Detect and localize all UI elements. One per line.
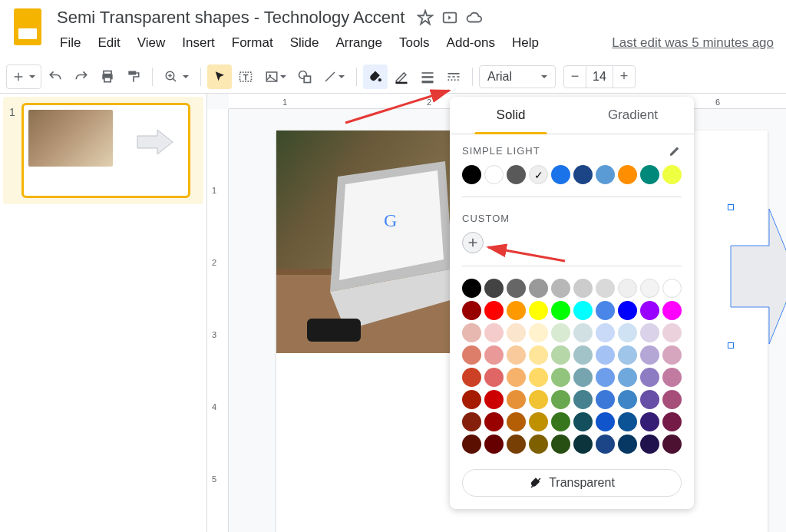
color-swatch[interactable] bbox=[484, 435, 504, 454]
color-swatch[interactable] bbox=[462, 323, 481, 342]
slide-thumbnail[interactable] bbox=[21, 103, 190, 198]
menu-insert[interactable]: Insert bbox=[174, 32, 223, 54]
color-swatch[interactable] bbox=[507, 345, 526, 365]
theme-color-swatch[interactable] bbox=[551, 165, 570, 184]
paint-format-button[interactable] bbox=[121, 64, 146, 89]
color-swatch[interactable] bbox=[596, 435, 615, 454]
color-swatch[interactable] bbox=[507, 390, 526, 409]
color-swatch[interactable] bbox=[618, 390, 637, 409]
color-swatch[interactable] bbox=[596, 345, 615, 365]
border-color-button[interactable] bbox=[389, 64, 414, 89]
color-swatch[interactable] bbox=[462, 345, 481, 365]
menu-slide[interactable]: Slide bbox=[282, 32, 327, 54]
document-title[interactable]: Semi Transparent shapes - Technology Acc… bbox=[52, 6, 409, 29]
resize-handle[interactable] bbox=[728, 204, 734, 210]
theme-color-swatch[interactable] bbox=[529, 165, 548, 184]
menu-format[interactable]: Format bbox=[224, 32, 281, 54]
theme-color-swatch[interactable] bbox=[573, 165, 593, 184]
menu-arrange[interactable]: Arrange bbox=[328, 32, 389, 54]
slide-image[interactable]: G bbox=[276, 131, 453, 353]
color-swatch[interactable] bbox=[551, 301, 570, 320]
color-swatch[interactable] bbox=[529, 279, 548, 298]
color-swatch[interactable] bbox=[618, 412, 637, 431]
redo-button[interactable] bbox=[69, 64, 94, 89]
menu-edit[interactable]: Edit bbox=[90, 32, 127, 54]
color-swatch[interactable] bbox=[484, 390, 504, 409]
color-swatch[interactable] bbox=[662, 390, 682, 409]
color-swatch[interactable] bbox=[484, 279, 504, 298]
border-weight-button[interactable] bbox=[415, 64, 440, 89]
theme-color-swatch[interactable] bbox=[618, 165, 637, 184]
color-swatch[interactable] bbox=[640, 412, 659, 431]
menu-file[interactable]: File bbox=[52, 32, 88, 54]
color-swatch[interactable] bbox=[507, 279, 526, 298]
border-dash-button[interactable] bbox=[441, 64, 466, 89]
color-swatch[interactable] bbox=[462, 279, 481, 298]
print-button[interactable] bbox=[95, 64, 120, 89]
textbox-tool[interactable] bbox=[233, 64, 258, 89]
color-swatch[interactable] bbox=[551, 412, 570, 431]
color-swatch[interactable] bbox=[573, 323, 593, 342]
menu-addons[interactable]: Add-ons bbox=[439, 32, 503, 54]
color-swatch[interactable] bbox=[529, 412, 548, 431]
color-swatch[interactable] bbox=[507, 435, 526, 454]
color-swatch[interactable] bbox=[596, 301, 615, 320]
color-swatch[interactable] bbox=[618, 345, 637, 365]
zoom-button[interactable] bbox=[159, 64, 194, 89]
color-swatch[interactable] bbox=[529, 390, 548, 409]
new-slide-button[interactable] bbox=[6, 64, 41, 89]
font-family-select[interactable]: Arial bbox=[479, 65, 556, 88]
color-swatch[interactable] bbox=[551, 390, 570, 409]
color-swatch[interactable] bbox=[640, 368, 659, 387]
theme-color-swatch[interactable] bbox=[484, 165, 504, 184]
color-swatch[interactable] bbox=[507, 323, 526, 342]
color-swatch[interactable] bbox=[596, 390, 615, 409]
color-swatch[interactable] bbox=[640, 279, 659, 298]
undo-button[interactable] bbox=[43, 64, 68, 89]
color-swatch[interactable] bbox=[596, 412, 615, 431]
slides-logo[interactable] bbox=[12, 6, 43, 48]
color-swatch[interactable] bbox=[529, 435, 548, 454]
color-swatch[interactable] bbox=[507, 412, 526, 431]
color-swatch[interactable] bbox=[507, 301, 526, 320]
color-swatch[interactable] bbox=[662, 368, 682, 387]
menu-help[interactable]: Help bbox=[504, 32, 547, 54]
color-swatch[interactable] bbox=[640, 301, 659, 320]
color-swatch[interactable] bbox=[573, 345, 593, 365]
color-swatch[interactable] bbox=[551, 323, 570, 342]
color-swatch[interactable] bbox=[573, 301, 593, 320]
line-tool[interactable] bbox=[318, 64, 350, 89]
color-swatch[interactable] bbox=[662, 345, 682, 365]
color-swatch[interactable] bbox=[640, 390, 659, 409]
tab-gradient[interactable]: Gradient bbox=[572, 97, 694, 134]
resize-handle[interactable] bbox=[728, 342, 734, 349]
color-swatch[interactable] bbox=[462, 412, 481, 431]
color-swatch[interactable] bbox=[529, 301, 548, 320]
edit-theme-icon[interactable] bbox=[668, 144, 682, 157]
color-swatch[interactable] bbox=[551, 368, 570, 387]
color-swatch[interactable] bbox=[596, 368, 615, 387]
color-swatch[interactable] bbox=[484, 345, 504, 365]
add-custom-color-button[interactable] bbox=[462, 232, 484, 253]
theme-color-swatch[interactable] bbox=[640, 165, 659, 184]
color-swatch[interactable] bbox=[662, 412, 682, 431]
theme-color-swatch[interactable] bbox=[507, 165, 526, 184]
star-icon[interactable] bbox=[417, 9, 434, 26]
image-tool[interactable] bbox=[259, 64, 292, 89]
color-swatch[interactable] bbox=[662, 301, 682, 320]
last-edit-link[interactable]: Last edit was 5 minutes ago bbox=[612, 35, 774, 51]
color-swatch[interactable] bbox=[551, 279, 570, 298]
color-swatch[interactable] bbox=[462, 368, 481, 387]
color-swatch[interactable] bbox=[618, 435, 637, 454]
color-swatch[interactable] bbox=[662, 279, 682, 298]
color-swatch[interactable] bbox=[596, 279, 615, 298]
color-swatch[interactable] bbox=[640, 435, 659, 454]
fill-color-button[interactable] bbox=[363, 64, 388, 89]
shape-tool[interactable] bbox=[293, 64, 316, 89]
theme-color-swatch[interactable] bbox=[662, 165, 682, 184]
color-swatch[interactable] bbox=[640, 345, 659, 365]
color-swatch[interactable] bbox=[662, 435, 682, 454]
color-swatch[interactable] bbox=[596, 323, 615, 342]
move-icon[interactable] bbox=[441, 9, 458, 26]
selected-arrow-shape[interactable] bbox=[729, 207, 786, 345]
